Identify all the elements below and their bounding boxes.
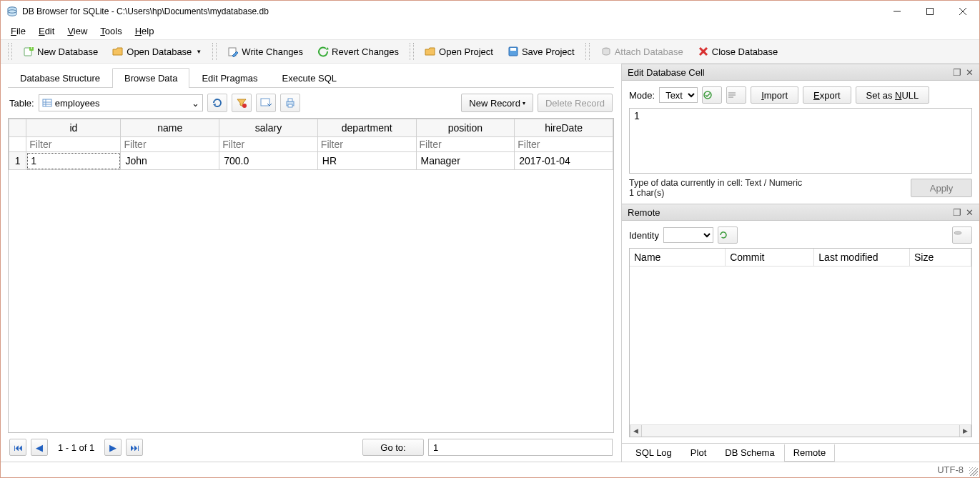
revert-icon — [317, 46, 329, 57]
tab-database-structure[interactable]: Database Structure — [8, 68, 112, 88]
menu-edit[interactable]: Edit — [33, 24, 60, 39]
tab-browse-data[interactable]: Browse Data — [112, 68, 189, 88]
identity-refresh-button[interactable] — [718, 226, 738, 244]
filter-id[interactable] — [29, 139, 117, 150]
filter-department[interactable] — [321, 139, 413, 150]
col-header-hiredate[interactable]: hireDate — [515, 119, 613, 137]
remote-col-size[interactable]: Size — [910, 249, 971, 267]
open-project-button[interactable]: Open Project — [418, 42, 500, 61]
prev-record-button[interactable]: ◀ — [31, 439, 48, 456]
table-selector[interactable]: employees ⌄ — [39, 94, 203, 111]
text-format-button[interactable] — [726, 86, 746, 104]
close-panel-icon[interactable]: ✕ — [966, 207, 974, 218]
undock-icon[interactable]: ❐ — [953, 67, 961, 78]
remote-col-commit[interactable]: Commit — [726, 249, 814, 267]
revert-label: Revert Changes — [332, 46, 399, 57]
next-record-button[interactable]: ▶ — [104, 439, 122, 456]
menu-file[interactable]: File — [5, 24, 31, 39]
tab-sql-log[interactable]: SQL Log — [626, 444, 681, 462]
encoding-label: UTF-8 — [937, 464, 964, 475]
table-row[interactable]: 1 1 John 700.0 HR Manager 2017-01-04 — [9, 152, 613, 170]
cell-id[interactable]: 1 — [26, 152, 121, 170]
attach-database-button[interactable]: Attach Database — [594, 42, 690, 61]
col-header-department[interactable]: department — [317, 119, 416, 137]
remote-table[interactable]: Name Commit Last modified Size ◀ ▶ — [629, 248, 972, 437]
svg-rect-22 — [288, 99, 292, 101]
chevron-down-icon[interactable]: ▼ — [196, 49, 202, 55]
tab-edit-pragmas[interactable]: Edit Pragmas — [189, 68, 269, 88]
close-button[interactable] — [946, 1, 979, 22]
col-header-id[interactable]: id — [26, 119, 121, 137]
col-header-name[interactable]: name — [121, 119, 219, 137]
remote-scrollbar[interactable]: ◀ ▶ — [630, 424, 971, 437]
print-button[interactable] — [280, 94, 300, 112]
cell-position[interactable]: Manager — [416, 152, 515, 170]
tab-execute-sql[interactable]: Execute SQL — [269, 68, 349, 88]
revert-changes-button[interactable]: Revert Changes — [311, 42, 405, 61]
cell-name[interactable]: John — [121, 152, 219, 170]
close-database-button[interactable]: Close Database — [691, 42, 785, 61]
svg-point-19 — [242, 104, 247, 108]
filter-hiredate[interactable] — [518, 139, 610, 150]
import-button[interactable]: Import — [751, 86, 798, 104]
goto-input[interactable] — [428, 439, 613, 456]
menu-tools[interactable]: Tools — [94, 24, 127, 39]
cell-department[interactable]: HR — [317, 152, 416, 170]
close-db-label: Close Database — [712, 46, 778, 57]
titlebar: DB Browser for SQLite - C:\Users\hp\Docu… — [1, 1, 979, 22]
cell-salary[interactable]: 700.0 — [219, 152, 318, 170]
remote-col-modified[interactable]: Last modified — [814, 249, 910, 267]
tab-remote[interactable]: Remote — [784, 444, 836, 462]
new-record-button[interactable]: New Record▾ — [461, 94, 533, 112]
push-db-button[interactable] — [952, 226, 972, 244]
toolbar-handle[interactable] — [212, 43, 217, 60]
edit-cell-title: Edit Database Cell — [628, 67, 705, 78]
delete-record-button[interactable]: Delete Record — [538, 94, 613, 112]
remote-col-name[interactable]: Name — [630, 249, 726, 267]
goto-button[interactable]: Go to: — [362, 439, 424, 456]
window-title: DB Browser for SQLite - C:\Users\hp\Docu… — [22, 6, 881, 16]
refresh-button[interactable] — [207, 94, 227, 112]
filter-position[interactable] — [420, 139, 512, 150]
save-table-button[interactable] — [256, 94, 276, 112]
resize-grip-icon[interactable] — [969, 467, 978, 476]
set-null-button[interactable]: Set as NULL — [856, 86, 930, 104]
filter-salary[interactable] — [222, 139, 315, 150]
filter-row — [9, 137, 613, 152]
toolbar-handle[interactable] — [410, 43, 414, 60]
scroll-left-icon[interactable]: ◀ — [630, 425, 642, 437]
maximize-button[interactable] — [914, 1, 946, 22]
first-record-button[interactable]: ⏮ — [9, 439, 26, 456]
close-panel-icon[interactable]: ✕ — [966, 67, 974, 78]
undock-icon[interactable]: ❐ — [953, 207, 961, 218]
save-project-button[interactable]: Save Project — [501, 42, 581, 61]
identity-select[interactable] — [663, 227, 713, 243]
menu-help[interactable]: Help — [129, 24, 160, 39]
minimize-button[interactable] — [881, 1, 914, 22]
clear-filters-button[interactable] — [232, 94, 252, 112]
tab-plot[interactable]: Plot — [681, 444, 716, 462]
col-header-salary[interactable]: salary — [219, 119, 318, 137]
cell-value-textarea[interactable]: 1 — [629, 108, 972, 174]
char-count: 1 char(s) — [629, 188, 802, 198]
write-changes-button[interactable]: Write Changes — [221, 42, 310, 61]
cell-hiredate[interactable]: 2017-01-04 — [515, 152, 613, 170]
col-header-position[interactable]: position — [416, 119, 515, 137]
svg-rect-15 — [43, 99, 51, 106]
new-database-button[interactable]: +New Database — [16, 42, 104, 61]
tab-db-schema[interactable]: DB Schema — [716, 444, 783, 462]
record-navigator: ⏮ ◀ 1 - 1 of 1 ▶ ⏭ Go to: — [8, 433, 614, 459]
scroll-right-icon[interactable]: ▶ — [959, 425, 971, 437]
export-button[interactable]: Export — [803, 86, 851, 104]
apply-button[interactable]: Apply — [911, 179, 972, 197]
data-grid[interactable]: id name salary department position hireD… — [8, 118, 614, 433]
menu-view[interactable]: View — [61, 24, 93, 39]
statusbar: UTF-8 — [1, 462, 979, 477]
last-record-button[interactable]: ⏭ — [126, 439, 143, 456]
toolbar-handle[interactable] — [8, 43, 12, 60]
auto-switch-button[interactable] — [702, 86, 722, 104]
open-database-button[interactable]: Open Database▼ — [106, 42, 208, 61]
filter-name[interactable] — [124, 139, 216, 150]
toolbar-handle[interactable] — [585, 43, 590, 60]
mode-select[interactable]: Text — [659, 87, 698, 103]
